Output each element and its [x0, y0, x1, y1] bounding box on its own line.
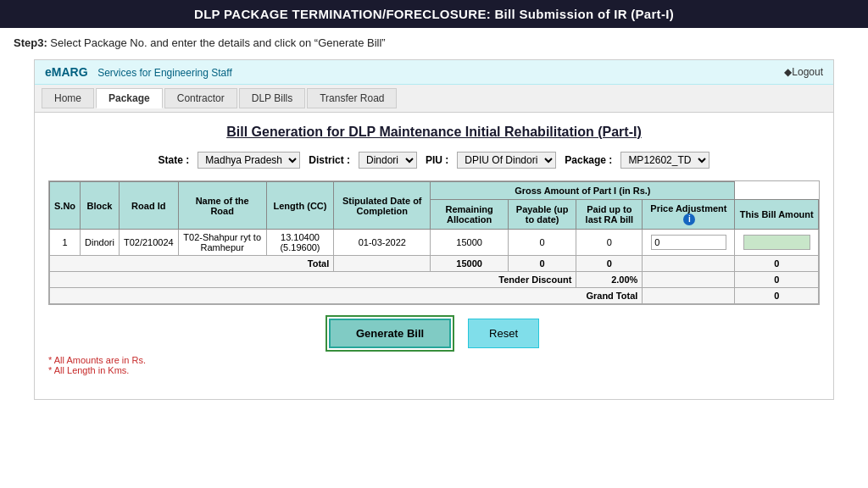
table-row: 1 Dindori T02/210024 T02-Shahpur ryt to …: [50, 230, 819, 256]
tab-transfer-road[interactable]: Transfer Road: [307, 88, 397, 108]
total-remaining: 15000: [431, 256, 509, 272]
filter-row: State : Madhya Pradesh District : Dindor…: [35, 147, 833, 174]
district-select[interactable]: Dindori: [359, 152, 417, 169]
cell-road-id: T02/210024: [119, 230, 178, 256]
col-stipulated-date: Stipulated Date of Completion: [334, 182, 431, 230]
cell-payable: 0: [509, 230, 576, 256]
col-length: Length (CC): [266, 182, 334, 230]
step-instruction: Step3: Select Package No. and enter the …: [0, 28, 868, 54]
package-select[interactable]: MP12602_TD: [620, 152, 709, 169]
emarg-container: eMARG Services for Engineering Staff ◆Lo…: [34, 59, 834, 400]
cell-block: Dindori: [81, 230, 120, 256]
piu-select[interactable]: DPIU Of Dindori: [457, 152, 556, 169]
tab-contractor[interactable]: Contractor: [164, 88, 237, 108]
logout-button[interactable]: ◆Logout: [784, 66, 823, 78]
form-title: Bill Generation for DLP Maintenance Init…: [35, 113, 833, 147]
cell-road-name: T02-Shahpur ryt to Ramhepur: [178, 230, 266, 256]
cell-sno: 1: [50, 230, 81, 256]
cell-remaining-allocation: 15000: [431, 230, 509, 256]
tab-package[interactable]: Package: [96, 88, 163, 108]
total-label: Total: [50, 256, 334, 272]
cell-price-adjustment[interactable]: [643, 230, 735, 256]
cell-this-bill-amount[interactable]: [735, 230, 819, 256]
step-text: Select Package No. and enter the details…: [50, 36, 385, 49]
grand-total-blank: [643, 288, 735, 304]
col-road-id: Road Id: [119, 182, 178, 230]
buttons-row: Generate Bill Reset: [35, 319, 833, 348]
step-label: Step3:: [14, 36, 47, 49]
total-row: Total 15000 0 0 0: [50, 256, 819, 272]
total-blank: [334, 256, 431, 272]
tender-discount-label: Tender Discount: [50, 272, 576, 288]
price-adjustment-input[interactable]: [651, 235, 726, 250]
tender-discount-amount: 0: [735, 272, 819, 288]
col-payable: Payable (up to date): [509, 200, 576, 230]
tender-discount-blank: [643, 272, 735, 288]
cell-stipulated-date: 01-03-2022: [334, 230, 431, 256]
district-label: District :: [309, 154, 350, 166]
emarg-header: eMARG Services for Engineering Staff ◆Lo…: [35, 60, 833, 85]
col-sno: S.No: [50, 182, 81, 230]
total-price-adjustment: [643, 256, 735, 272]
total-paid-last-ra: 0: [576, 256, 643, 272]
cell-length: 13.10400 (5.19600): [266, 230, 334, 256]
gross-amount-header: Gross Amount of Part I (in Rs.): [431, 182, 735, 200]
footnote-length: * All Length in Kms.: [48, 365, 820, 375]
generate-bill-button[interactable]: Generate Bill: [329, 319, 451, 348]
tab-dlp-bills[interactable]: DLP Bills: [239, 88, 305, 108]
total-this-bill: 0: [735, 256, 819, 272]
col-remaining-allocation: Remaining Allocation: [431, 200, 509, 230]
emarg-subtitle: Services for Engineering Staff: [97, 67, 232, 79]
total-payable: 0: [509, 256, 576, 272]
package-label: Package :: [565, 154, 612, 166]
this-bill-amount-input[interactable]: [743, 235, 810, 250]
tab-home[interactable]: Home: [42, 88, 94, 108]
bill-table-wrapper: S.No Block Road Id Name of the Road Leng…: [48, 180, 820, 305]
page-title: DLP PACKAGE TERMINATION/FORECLOSURE: Bil…: [0, 0, 868, 28]
state-label: State :: [159, 154, 190, 166]
col-price-adjustment: Price Adjustment i: [643, 200, 735, 230]
grand-total-row: Grand Total 0: [50, 288, 819, 304]
footnote-amounts: * All Amounts are in Rs.: [48, 355, 820, 365]
col-road-name: Name of the Road: [178, 182, 266, 230]
grand-total-amount: 0: [735, 288, 819, 304]
reset-button[interactable]: Reset: [468, 319, 539, 348]
nav-bar: Home Package Contractor DLP Bills Transf…: [35, 85, 833, 113]
emarg-branding: eMARG Services for Engineering Staff: [45, 65, 232, 79]
state-select[interactable]: Madhya Pradesh: [198, 152, 300, 169]
col-paid-last-ra: Paid up to last RA bill: [576, 200, 643, 230]
tender-discount-percent: 2.00%: [576, 272, 643, 288]
price-adjustment-info-icon[interactable]: i: [683, 214, 695, 225]
col-this-bill-amount: This Bill Amount: [735, 200, 819, 230]
col-block: Block: [81, 182, 120, 230]
piu-label: PIU :: [426, 154, 448, 166]
bill-table: S.No Block Road Id Name of the Road Leng…: [49, 181, 819, 304]
cell-paid-last-ra: 0: [576, 230, 643, 256]
footnotes: * All Amounts are in Rs. * All Length in…: [48, 355, 820, 375]
grand-total-label: Grand Total: [50, 288, 643, 304]
emarg-logo: eMARG: [45, 65, 88, 79]
tender-discount-row: Tender Discount 2.00% 0: [50, 272, 819, 288]
